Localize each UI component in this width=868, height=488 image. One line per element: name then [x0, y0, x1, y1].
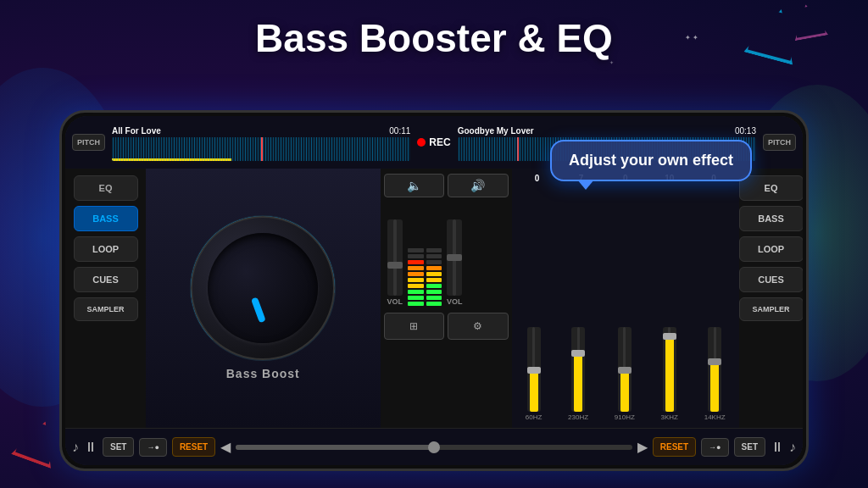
eq-slider-910hz[interactable] [618, 327, 632, 412]
tooltip-text: Adjust your own effect [569, 152, 733, 169]
mixer-grid-btn[interactable]: ⊞ [384, 313, 445, 340]
rec-dot [417, 138, 426, 147]
vol-left-fader[interactable] [387, 219, 403, 296]
left-track-time: 00:11 [389, 126, 410, 136]
left-progress [112, 158, 231, 161]
transport-bar: ♪ ⏸ SET →● RESET ◀ ▶ RESET →● SET ⏸ ♪ [65, 428, 803, 465]
vu-bar-1 [408, 221, 424, 306]
right-panel: EQ BASS LOOP CUES SAMPLER [739, 169, 803, 428]
mixer-settings-btn[interactable]: ⚙ [448, 313, 509, 340]
prev-btn[interactable]: ◀ [220, 439, 231, 455]
left-waveform-visual [112, 137, 410, 161]
eq-label-14khz: 14KHZ [704, 413, 726, 421]
left-music-icon: ♪ [72, 440, 79, 455]
eq-val-1: 0 [525, 174, 550, 183]
eq-fill-3khz [665, 336, 674, 412]
vu-meter-left [408, 221, 442, 306]
settings-icon: ⚙ [473, 320, 482, 332]
eq-slider-14khz[interactable] [708, 327, 721, 412]
eq-col-910hz: 910HZ [615, 327, 635, 421]
eq-col-60hz: 60HZ [526, 327, 542, 421]
eq-slider-60hz[interactable] [527, 327, 541, 412]
speaker-down-icon: 🔈 [407, 179, 421, 192]
mixer-area: 🔈 🔊 VOL [381, 169, 512, 428]
left-set-btn[interactable]: SET [103, 437, 134, 457]
rec-button[interactable]: REC [417, 136, 450, 148]
vu-bar-2 [426, 221, 442, 306]
pitch-left-btn[interactable]: PITCH [72, 134, 105, 151]
page-title: Bass Booster & EQ [0, 15, 868, 61]
eq-fill-60hz [530, 369, 538, 412]
eq-thumb-910hz[interactable] [618, 367, 632, 374]
right-set-btn[interactable]: SET [734, 437, 765, 457]
right-track-name: Goodbye My Lover [458, 126, 534, 136]
eq-label-230hz: 230HZ [568, 413, 588, 421]
speaker-up-icon: 🔊 [470, 179, 485, 192]
next-btn[interactable]: ▶ [637, 439, 648, 455]
eq-section: 0 7 0 10 0 60HZ [512, 169, 740, 428]
progress-fill [236, 445, 434, 450]
left-track-name: All For Love [112, 126, 161, 136]
progress-bar[interactable] [236, 445, 632, 450]
eq-label-910hz: 910HZ [615, 413, 635, 421]
phone-frame: PITCH All For Love 00:11 REC Goodbye My … [59, 110, 809, 471]
left-panel: EQ BASS LOOP CUES SAMPLER [65, 169, 146, 428]
eq-slider-3khz[interactable] [663, 327, 676, 412]
right-eq-btn[interactable]: EQ [739, 175, 804, 201]
pitch-right-btn[interactable]: PITCH [763, 134, 796, 151]
right-music-icon: ♪ [789, 440, 796, 455]
left-pause-btn[interactable]: ⏸ [84, 440, 97, 455]
eq-thumb-230hz[interactable] [571, 350, 585, 357]
eq-fill-14khz [710, 361, 719, 412]
eq-thumb-60hz[interactable] [527, 367, 541, 374]
speaker-down-btn[interactable]: 🔈 [384, 174, 445, 197]
knob-outer[interactable] [191, 216, 335, 360]
vol-left-track [393, 219, 397, 296]
left-loop-btn[interactable]: LOOP [74, 236, 138, 262]
vol-left-group: VOL [387, 219, 403, 306]
right-arrow-dot-btn[interactable]: →● [701, 438, 728, 457]
vol-right-label: VOL [447, 297, 463, 306]
phone-inner: PITCH All For Love 00:11 REC Goodbye My … [65, 116, 803, 465]
left-arrow-dot-btn[interactable]: →● [139, 438, 166, 457]
bass-boost-label: Bass Boost [226, 367, 300, 380]
right-reset-btn[interactable]: RESET [653, 437, 696, 457]
grid-icon: ⊞ [409, 320, 418, 332]
left-eq-btn[interactable]: EQ [74, 175, 138, 201]
eq-col-14khz: 14KHZ [704, 327, 726, 421]
vol-right-thumb[interactable] [447, 254, 462, 261]
eq-sliders-row: 60HZ 230HZ [515, 185, 737, 424]
right-playhead [517, 137, 519, 161]
right-sampler-btn[interactable]: SAMPLER [739, 297, 804, 321]
eq-fill-230hz [574, 352, 582, 412]
left-track-info: All For Love 00:11 [108, 125, 414, 137]
eq-col-230hz: 230HZ [568, 327, 588, 421]
right-bass-btn[interactable]: BASS [739, 206, 804, 231]
eq-slider-230hz[interactable] [571, 327, 585, 412]
eq-thumb-3khz[interactable] [663, 333, 676, 340]
tooltip-bubble: Adjust your own effect [550, 140, 752, 181]
vol-right-track [453, 219, 456, 296]
right-track-time: 00:13 [735, 126, 756, 136]
progress-thumb[interactable] [428, 441, 440, 453]
bass-knob-container[interactable] [191, 216, 335, 360]
left-sampler-btn[interactable]: SAMPLER [74, 297, 138, 321]
speaker-up-btn[interactable]: 🔊 [448, 174, 509, 197]
vol-left-thumb[interactable] [387, 262, 403, 269]
knob-indicator [251, 297, 266, 323]
left-bass-btn[interactable]: BASS [74, 206, 138, 231]
vol-right-fader[interactable] [447, 219, 462, 296]
eq-col-3khz: 3KHZ [661, 327, 678, 421]
main-content: EQ BASS LOOP CUES SAMPLER [65, 169, 803, 428]
eq-fill-910hz [620, 369, 629, 412]
knob-inner [208, 233, 318, 343]
rec-label: REC [429, 136, 450, 148]
right-track-info: Goodbye My Lover 00:13 [454, 125, 760, 137]
eq-thumb-14khz[interactable] [708, 358, 721, 365]
left-reset-btn[interactable]: RESET [172, 437, 215, 457]
right-loop-btn[interactable]: LOOP [739, 236, 804, 262]
left-cues-btn[interactable]: CUES [74, 267, 138, 292]
right-cues-btn[interactable]: CUES [739, 267, 804, 292]
waveform-left: All For Love 00:11 [108, 116, 414, 169]
right-pause-btn[interactable]: ⏸ [771, 440, 784, 455]
